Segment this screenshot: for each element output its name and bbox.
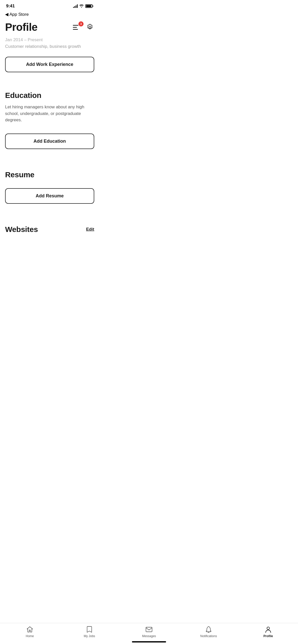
resume-header: Resume (5, 170, 94, 179)
back-navigation[interactable]: ◀ App Store (0, 11, 99, 19)
websites-header: Websites Edit (5, 225, 94, 234)
websites-edit-button[interactable]: Edit (86, 227, 94, 232)
websites-section: Websites Edit (0, 219, 99, 240)
job-description: Customer relationship, business growth (5, 44, 94, 49)
date-range: Jan 2014 – Present (5, 37, 94, 42)
resume-title: Resume (5, 170, 34, 179)
notifications-list-button[interactable]: 3 (73, 23, 82, 32)
battery-icon (85, 4, 93, 8)
education-header: Education (5, 91, 94, 100)
work-experience-partial: Jan 2014 – Present Customer relationship… (0, 37, 99, 54)
page-title: Profile (5, 21, 37, 33)
signal-icon (73, 4, 78, 8)
header-actions: 3 (73, 23, 94, 32)
education-buttons: Add Education (0, 134, 99, 154)
websites-title: Websites (5, 225, 38, 234)
back-arrow-icon: ◀ (5, 12, 8, 17)
notification-badge: 3 (78, 21, 84, 26)
education-section: Education Let hiring managers know about… (0, 85, 99, 131)
main-content: Jan 2014 – Present Customer relationship… (0, 37, 99, 271)
settings-button[interactable] (86, 23, 94, 32)
education-description: Let hiring managers know about any high … (5, 104, 94, 123)
add-resume-button[interactable]: Add Resume (5, 188, 94, 204)
resume-section: Resume (0, 164, 99, 186)
status-icons (73, 4, 93, 8)
add-work-experience-button[interactable]: Add Work Experience (5, 57, 94, 72)
resume-buttons: Add Resume (0, 188, 99, 209)
education-title: Education (5, 91, 41, 100)
status-time: 9:41 (6, 4, 15, 9)
add-education-button[interactable]: Add Education (5, 134, 94, 149)
back-label: App Store (9, 12, 29, 17)
wifi-icon (79, 4, 84, 8)
page-header: Profile 3 (0, 19, 99, 37)
add-work-experience-section: Add Work Experience (0, 57, 99, 72)
status-bar: 9:41 (0, 0, 99, 11)
